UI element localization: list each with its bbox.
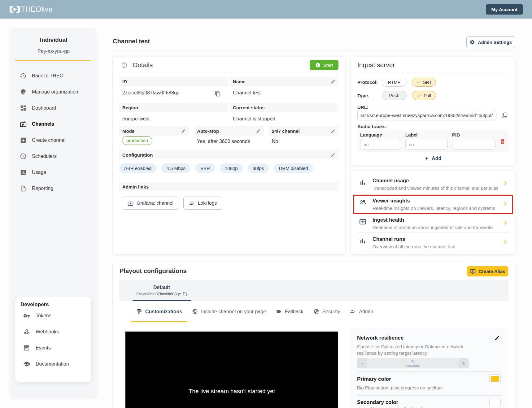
audio-col-label: Label	[405, 132, 448, 152]
sidebar-item-back-to-theo[interactable]: Back to THEO	[10, 68, 98, 84]
protocol-srt-button[interactable]: SRT	[412, 78, 436, 87]
copy-id-icon[interactable]	[215, 91, 221, 97]
tab-fallback[interactable]: Fallback	[271, 301, 308, 322]
label-column-label: Label	[405, 132, 448, 137]
ingest-url-input[interactable]	[357, 110, 496, 120]
edit-autostop-pencil-icon[interactable]	[256, 129, 261, 133]
alias-tab-default[interactable]: Default 2zejcol8bjtt87faw0ff688qe	[133, 280, 191, 301]
network-resilience-title: Network resilience	[357, 335, 403, 341]
loki-logs-button[interactable]: Loki logs	[183, 197, 222, 210]
edit-name-pencil-icon[interactable]	[331, 79, 335, 84]
bar-chart-box-icon	[20, 169, 27, 176]
network-resilience-header: Network resilience	[357, 328, 501, 341]
viewer-insights-description: Real-time insights on viewers, latency, …	[373, 206, 495, 211]
channel-insights-card: Channel usage Transcoded and viewed minu…	[351, 171, 515, 254]
developers-title: Developers	[20, 302, 91, 308]
globe-icon	[192, 309, 198, 315]
primary-color-swatch[interactable]	[489, 374, 501, 383]
sidebar-item-usage[interactable]: Usage	[10, 164, 98, 180]
details-row-id-name: ID 2zejcol8bjtt87faw0ff688qe Name Channe…	[119, 77, 338, 97]
playout-tabs: Customizations Include channel on your p…	[119, 301, 508, 322]
field-247-label: 24/7 channel	[269, 126, 338, 136]
tab-customizations[interactable]: Customizations	[131, 301, 187, 322]
mode-value-wrap: production	[119, 136, 189, 145]
language-column-label: Language	[360, 132, 401, 137]
shield-person-icon	[20, 89, 27, 95]
sidebar-item-manage-organization[interactable]: Manage organization	[10, 84, 98, 100]
config-chip-bitrate: 4.5 Mbps	[161, 163, 190, 173]
config-chip-abr: ABR enabled	[119, 163, 156, 173]
field-region-label: Region	[119, 103, 228, 112]
sidebar-item-channels[interactable]: Channels	[10, 116, 98, 132]
field-configuration-label: Configuration	[119, 150, 338, 159]
ingest-health-row[interactable]: Ingest health Real-time information abou…	[357, 214, 509, 233]
language-input[interactable]	[360, 139, 401, 150]
edit-247-pencil-icon[interactable]	[331, 129, 335, 133]
configuration-chips: ABR enabled 4.5 Mbps VBR 1080p 30fps DRM…	[119, 159, 338, 173]
webhook-icon	[23, 328, 30, 335]
type-push-button[interactable]: Push	[382, 91, 407, 100]
sidebar-menu: Back to THEO Manage organization Dashboa…	[10, 68, 98, 197]
edit-mode-pencil-icon[interactable]	[181, 129, 186, 133]
field-name-label: Name	[230, 77, 338, 86]
admin-settings-button[interactable]: Admin Settings	[466, 36, 515, 48]
primary-color-description: Big Play button, play progress on seekba…	[357, 384, 464, 391]
sidebar-item-label: Dashboard	[32, 105, 56, 111]
secondary-color-title: Secondary color	[357, 399, 501, 406]
type-label: Type:	[357, 93, 382, 98]
theolive-logo[interactable]: THEOlive	[10, 5, 53, 14]
label-input[interactable]	[405, 139, 448, 150]
edit-configuration-pencil-icon[interactable]	[331, 153, 335, 157]
tab-include-channel[interactable]: Include channel on your page	[187, 301, 271, 322]
video-player[interactable]: The live stream hasn't started yet	[125, 332, 338, 408]
title-divider	[113, 50, 515, 50]
type-pull-button[interactable]: Pull	[412, 91, 436, 100]
copy-alias-id-icon[interactable]	[183, 292, 187, 296]
people-icon	[359, 199, 367, 206]
copy-url-icon[interactable]	[501, 112, 508, 119]
field-label-text: Current status	[233, 105, 265, 110]
audio-tracks-panel: Language Label PID	[357, 130, 509, 152]
sidebar-item-create-channel[interactable]: Create channel	[10, 132, 98, 148]
developers-item-tokens[interactable]: Tokens	[15, 308, 91, 324]
channel-id-value: 2zejcol8bjtt87faw0ff688qe	[122, 90, 180, 96]
video-player-message: The live stream hasn't started yet	[189, 388, 275, 395]
pid-input[interactable]	[452, 139, 495, 150]
developers-item-events[interactable]: Events	[15, 340, 91, 356]
viewer-insights-row[interactable]: Viewer insights Real-time insights on vi…	[357, 194, 509, 214]
field-label-text: 24/7 channel	[272, 128, 300, 134]
developers-item-label: Tokens	[36, 313, 51, 319]
customization-panel: Network resilience Choose for Optimized …	[351, 328, 507, 408]
developers-card: Developers Tokens Webhooks Events Docume…	[15, 297, 91, 382]
secondary-color-swatch[interactable]	[489, 398, 501, 407]
developers-item-webhooks[interactable]: Webhooks	[15, 324, 91, 340]
sidebar-item-schedulers[interactable]: Schedulers	[10, 148, 98, 164]
ingest-health-description: Real-time information about ingested bit…	[373, 225, 493, 230]
start-channel-button[interactable]: Start	[310, 60, 338, 70]
tab-label: Fallback	[285, 309, 303, 315]
sidebar-item-reporting[interactable]: Reporting	[10, 180, 98, 197]
create-alias-button[interactable]: Create Alias	[467, 266, 508, 276]
chevron-right-icon	[503, 181, 508, 186]
field-autostop-label: Auto-stop	[194, 126, 264, 136]
edit-network-resilience-pencil-icon[interactable]	[494, 335, 500, 341]
sidebar-item-dashboard[interactable]: Dashboard	[10, 100, 98, 116]
my-account-button[interactable]: My Account	[486, 4, 523, 15]
tab-security[interactable]: Security	[308, 301, 345, 322]
developers-item-documentation[interactable]: Documentation	[15, 356, 91, 372]
tab-admin[interactable]: Admin	[345, 301, 378, 322]
details-row-mode-autostop-247: Mode production Auto-stop Yes, after 360…	[119, 126, 338, 145]
grafana-channel-button[interactable]: Grafana: channel	[122, 197, 179, 210]
channel-usage-row[interactable]: Channel usage Transcoded and viewed minu…	[357, 174, 509, 194]
add-audio-track-button[interactable]: + Add	[357, 155, 509, 162]
details-title: Details	[133, 61, 153, 69]
latency-increase-button[interactable]: +	[459, 358, 469, 368]
sidebar-item-label: Schedulers	[32, 154, 57, 159]
theolive-logo-icon	[10, 6, 20, 13]
protocol-rtmp-button[interactable]: RTMP	[382, 78, 407, 87]
channel-runs-row[interactable]: Channel runs Overview of all the runs th…	[357, 233, 509, 252]
delete-audio-track-icon[interactable]	[499, 138, 506, 145]
latency-decrease-button[interactable]: -	[357, 358, 367, 368]
start-label: Start	[323, 63, 333, 68]
config-chip-drm: DRM disabled	[274, 163, 313, 173]
